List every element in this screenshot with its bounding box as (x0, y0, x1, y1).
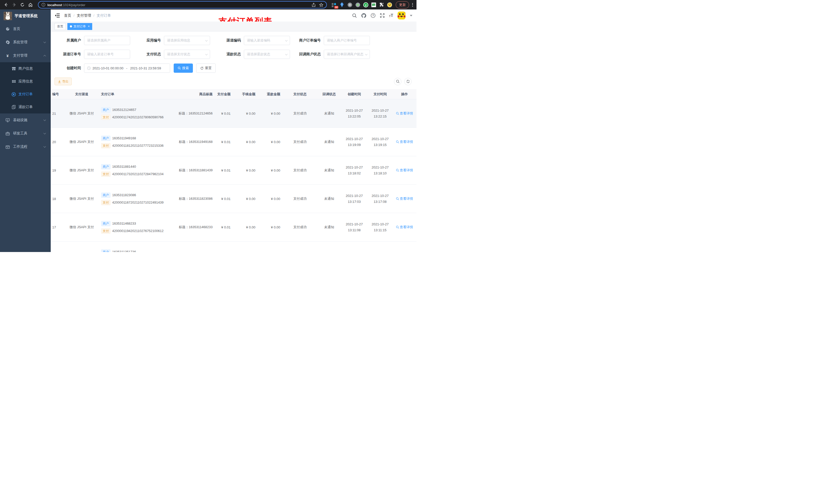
magnifier-icon (396, 80, 400, 83)
cell-refund: ¥ 0.00 (257, 112, 282, 116)
breadcrumb-home[interactable]: 首页 (64, 13, 71, 18)
star-icon[interactable] (319, 3, 323, 7)
extension-emoji-icon[interactable] (387, 2, 392, 7)
grid-icon (11, 79, 16, 83)
svg-text:?: ? (372, 14, 374, 17)
filter-label: 回调商户状态 (290, 52, 324, 56)
share-icon[interactable] (312, 3, 315, 7)
channel-code-select[interactable]: 请输入渠道编码 (244, 36, 290, 45)
channel-order-no-input[interactable]: 请输入渠道订单号 (84, 50, 130, 59)
merchant-order-no-input[interactable]: 请输入商户订单编号 (324, 36, 370, 45)
pay-order-no: 4200001173202110272847982104 (112, 172, 164, 176)
app-logo (4, 12, 12, 20)
search-button[interactable]: 搜索 (174, 64, 193, 73)
extension-dot-icon[interactable] (355, 2, 360, 7)
view-detail-link[interactable]: 查看详情 (396, 196, 413, 201)
forward-icon[interactable] (11, 2, 18, 8)
cell-action: 查看详情 (392, 225, 416, 230)
browser-toolbar: localhost:1024/pay/order 10 ⌘ y (0, 0, 416, 9)
download-icon (58, 80, 61, 83)
close-icon[interactable]: × (88, 25, 90, 28)
view-detail-link[interactable]: 查看详情 (396, 168, 413, 173)
sidebar-item-label: 研发工具 (13, 131, 27, 136)
merchant-input[interactable]: 请选择所属商户 (84, 36, 130, 45)
tab-label: 支付订单 (73, 24, 86, 29)
refresh-table-button[interactable] (404, 78, 412, 85)
dashboard-icon (5, 27, 10, 31)
app-select[interactable]: 请选择应用信息 (164, 36, 210, 45)
active-dot (70, 25, 72, 27)
sidebar-item-workflow[interactable]: 工作流程 (0, 140, 51, 153)
sidebar-item-payment[interactable]: ¥ 支付管理 (0, 49, 51, 62)
fullscreen-icon[interactable] (380, 13, 385, 18)
back-icon[interactable] (3, 2, 9, 8)
view-detail-link[interactable]: 查看详情 (396, 140, 413, 144)
info-icon[interactable] (42, 3, 45, 7)
reset-button[interactable]: 重置 (196, 64, 216, 73)
placeholder: 请选择订单回调商户状态 (327, 52, 363, 56)
merchant-order-no: 1635312124657 (112, 108, 136, 112)
table-row[interactable]: 18 微信 JSAPI 支付 商户 1635311823086 支付 42000… (51, 185, 416, 213)
col-created: 创建时间 (341, 92, 368, 97)
document-icon (11, 105, 16, 109)
table-row[interactable]: 17 微信 JSAPI 支付 商户 1635311468233 支付 42000… (51, 213, 416, 241)
date-separator: - (125, 66, 128, 70)
header-actions: ? TT (352, 11, 412, 20)
browser-update-button[interactable]: 更新 (396, 1, 409, 8)
notify-status-select[interactable]: 请选择订单回调商户状态 (324, 50, 370, 59)
pay-tag: 支付 (101, 115, 111, 120)
sidebar-item-refund-order[interactable]: 退款订单 (0, 101, 51, 114)
merchant-tag: 商户 (101, 249, 111, 252)
github-icon[interactable] (361, 13, 366, 18)
sidebar-item-merchant-info[interactable]: 商户信息 (0, 62, 51, 75)
browser-menu-icon[interactable] (411, 3, 414, 7)
cell-created: 2021-10-2713:11:08 (341, 221, 368, 233)
home-icon[interactable] (27, 2, 34, 8)
extension-pin-icon[interactable]: 10 (331, 2, 337, 7)
extension-puzzle-icon[interactable] (379, 2, 384, 7)
magnifier-icon (178, 67, 181, 70)
reload-icon[interactable] (19, 2, 26, 8)
sidebar-item-dev-tools[interactable]: 研发工具 (0, 127, 51, 140)
help-icon[interactable]: ? (371, 13, 376, 18)
sidebar-item-home[interactable]: 首页 (0, 22, 51, 35)
extension-command-icon[interactable]: ⌘ (347, 2, 353, 7)
sidebar-item-pay-order[interactable]: ¥ 支付订单 (0, 88, 51, 101)
table-row[interactable]: 20 微信 JSAPI 支付 商户 1635311949168 支付 42000… (51, 128, 416, 156)
font-size-icon[interactable]: TT (389, 14, 393, 18)
show-search-button[interactable] (394, 78, 401, 85)
extension-gem-icon[interactable] (339, 2, 344, 7)
sidebar-item-label: 首页 (13, 27, 20, 31)
cell-action: 查看详情 (392, 196, 416, 201)
sidebar-item-infra[interactable]: 基础设施 (0, 114, 51, 127)
cell-id: 18 (51, 197, 63, 201)
cell-refund: ¥ 0.00 (257, 169, 282, 172)
svg-text:¥: ¥ (13, 93, 15, 96)
pay-status-select[interactable]: 请选择支付状态 (164, 50, 210, 59)
export-button[interactable]: 导出 (54, 78, 72, 85)
view-detail-link[interactable]: 查看详情 (396, 225, 413, 230)
cell-action: 查看详情 (392, 168, 416, 173)
chevron-up-icon (44, 55, 46, 57)
user-avatar[interactable] (398, 11, 405, 20)
table-row[interactable]: 19 微信 JSAPI 支付 商户 1635311881440 支付 42000… (51, 156, 416, 185)
cell-paid: 2021-10-2713:11:15 (368, 221, 392, 233)
avatar-caret-icon[interactable] (410, 15, 412, 16)
search-icon[interactable] (352, 13, 357, 18)
fold-sidebar-icon[interactable] (55, 13, 60, 18)
tab-pay-order[interactable]: 支付订单 × (67, 23, 92, 30)
table-row[interactable]: 商户 1635311351736 支付 (51, 241, 416, 252)
cell-status: 支付成功 (282, 196, 318, 201)
breadcrumb-pay-manage[interactable]: 支付管理 (77, 13, 91, 18)
view-detail-link[interactable]: 查看详情 (396, 111, 413, 116)
address-bar[interactable]: localhost:1024/pay/order (38, 1, 327, 8)
refund-status-select[interactable]: 请选择退款状态 (244, 50, 290, 59)
date-range-input[interactable]: 2021-10-01 00:00:00 - 2021-10-31 23:59:5… (84, 64, 170, 73)
extension-y-icon[interactable]: y (363, 2, 368, 7)
table-row[interactable]: 21 微信 JSAPI 支付 商户 1635312124657 支付 42000… (51, 99, 416, 128)
sidebar-item-app-info[interactable]: 应用信息 (0, 75, 51, 88)
sidebar-item-system[interactable]: 系统管理 (0, 35, 51, 49)
tab-home[interactable]: 首页 (54, 23, 66, 30)
extension-badge: 10 (334, 6, 338, 9)
extension-chat-icon[interactable] (371, 2, 376, 7)
